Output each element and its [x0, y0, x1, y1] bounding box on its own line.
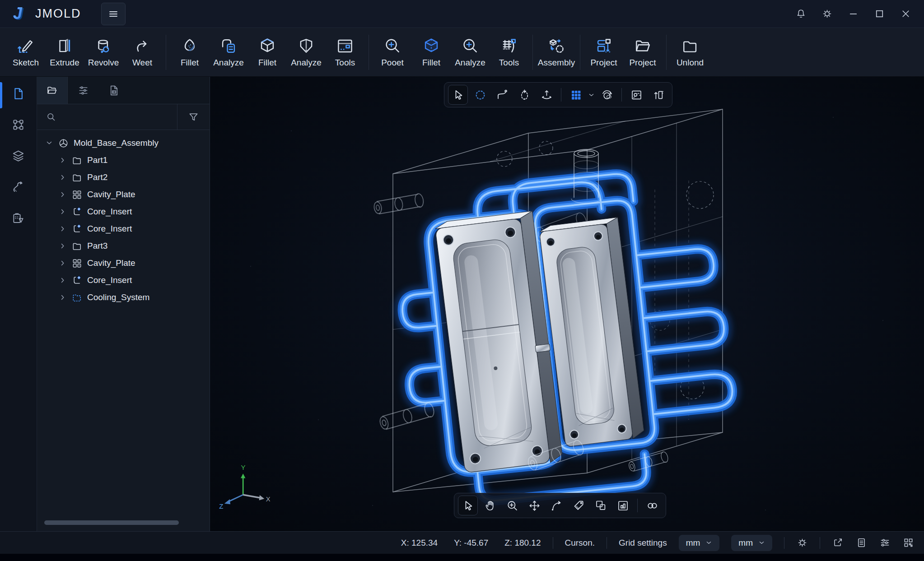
ribbon-button-project-1[interactable]: Project [584, 30, 623, 74]
unit-dropdown-primary[interactable]: mm [679, 535, 720, 551]
axis-x-label: X [266, 495, 270, 503]
ribbon-button-weet[interactable]: Weet [123, 30, 162, 74]
tree-item-cavity-plate-2[interactable]: Cavity_Plate [37, 255, 210, 272]
chevron-right-icon[interactable] [59, 208, 67, 216]
command-nodes-icon [11, 118, 25, 132]
rail-button-layers[interactable] [7, 145, 30, 166]
tag-tool-button[interactable] [569, 496, 588, 515]
tree-item-label: Part3 [87, 241, 107, 251]
tree-item-mold-base-assembly[interactable]: Mold_Base_Assembly [37, 134, 210, 152]
ribbon-button-fillet-2[interactable]: Fillet [248, 30, 287, 74]
list-settings-icon [77, 84, 89, 97]
assembly-parts-icon [547, 37, 566, 56]
search-box[interactable] [37, 104, 177, 130]
chevron-right-icon[interactable] [59, 173, 67, 181]
ribbon-button-unlond[interactable]: Unlond [671, 30, 709, 74]
ribbon-button-tools-1[interactable]: Tools [326, 30, 364, 74]
tree-item-part1[interactable]: Part1 [37, 152, 210, 169]
select-tool-button[interactable] [458, 496, 478, 515]
render-tool-button[interactable] [626, 85, 646, 105]
app-title: JMOLD [35, 7, 81, 21]
chevron-down-icon[interactable] [45, 139, 53, 147]
hamburger-menu-button[interactable] [101, 3, 126, 25]
ribbon-button-project-2[interactable]: Project [623, 30, 662, 74]
ribbon-button-label: Project [629, 58, 656, 68]
qr-view-button[interactable] [902, 537, 914, 549]
chart-tool-button[interactable] [613, 496, 633, 515]
explorer-tab-report[interactable] [98, 77, 129, 104]
tree-item-label: Part1 [87, 155, 107, 165]
chevron-right-icon[interactable] [59, 293, 67, 301]
statusbar-settings-button[interactable] [796, 537, 808, 549]
tree-item-core-insert-1[interactable]: Core_Insert [37, 203, 210, 220]
circle-select-tool-button[interactable] [470, 85, 490, 105]
ribbon-button-tools-2[interactable]: Tools [490, 30, 528, 74]
rail-button-tools[interactable] [7, 176, 30, 197]
ribbon-button-pooet[interactable]: Pooet [373, 30, 412, 74]
chevron-right-icon[interactable] [59, 242, 67, 250]
ribbon-button-analyze-1[interactable]: Analyze [209, 30, 248, 74]
explorer-tab-properties[interactable] [68, 77, 98, 104]
folder-icon [71, 241, 83, 252]
move-tool-button[interactable] [524, 496, 544, 515]
explorer-tab-files[interactable] [37, 77, 68, 104]
document-log-button[interactable] [855, 537, 867, 549]
cavity-grid-icon [71, 189, 83, 200]
select-tool-button[interactable] [448, 85, 468, 105]
search-input[interactable] [62, 112, 177, 122]
horizontal-scrollbar[interactable] [44, 520, 179, 525]
minimize-button[interactable] [847, 8, 859, 20]
notifications-button[interactable] [795, 8, 807, 20]
export-button[interactable] [832, 537, 844, 549]
ribbon-button-revolve[interactable]: Revolve [84, 30, 123, 74]
maximize-button[interactable] [873, 8, 885, 20]
rail-button-components[interactable] [7, 114, 30, 135]
rail-button-measure[interactable] [7, 208, 30, 228]
spline-tool-button[interactable] [492, 85, 512, 105]
ribbon-button-analyze-3[interactable]: Analyze [451, 30, 490, 74]
chevron-right-icon[interactable] [59, 259, 67, 267]
ribbon-button-fillet-3[interactable]: Fillet [412, 30, 451, 74]
grid-settings-label[interactable]: Grid settings [619, 538, 667, 548]
cursor-mode-label[interactable]: Curson. [565, 538, 595, 548]
tree-item-cooling-system[interactable]: Cooling_System [37, 289, 210, 306]
tree-item-part2[interactable]: Part2 [37, 169, 210, 186]
orbit-tool-button[interactable] [597, 85, 617, 105]
filter-button[interactable] [177, 104, 210, 130]
pan-tool-button[interactable] [480, 496, 500, 515]
chevron-right-icon[interactable] [59, 156, 67, 164]
rail-button-documents[interactable] [7, 83, 30, 104]
3d-viewport-canvas[interactable] [210, 77, 924, 531]
grid-toggle-button[interactable] [566, 85, 586, 105]
funnel-icon [188, 111, 199, 123]
unit-dropdown-secondary[interactable]: mm [731, 535, 772, 551]
display-options-button[interactable] [879, 537, 891, 549]
arc-tool-button[interactable] [546, 496, 566, 515]
tree-item-cavity-plate-1[interactable]: Cavity_Plate [37, 186, 210, 203]
transform-tool-button[interactable] [537, 85, 556, 105]
zoom-in-tool-button[interactable] [502, 496, 522, 515]
folder-open-icon [633, 37, 652, 56]
chevron-right-icon[interactable] [59, 190, 67, 199]
chevron-right-icon[interactable] [59, 276, 67, 284]
ribbon-button-analyze-2[interactable]: Analyze [287, 30, 326, 74]
tree-item-core-insert-3[interactable]: Core_Insert [37, 272, 210, 289]
section-tool-button[interactable] [649, 85, 668, 105]
measure-pin-tool-button[interactable] [514, 85, 534, 105]
ribbon-button-extrude[interactable]: Extrude [45, 30, 84, 74]
link-tool-button[interactable] [642, 496, 662, 515]
close-button[interactable] [900, 8, 911, 20]
ribbon-button-label: Analyze [291, 58, 322, 68]
chevron-down-icon[interactable] [588, 92, 595, 98]
settings-button[interactable] [821, 8, 833, 20]
ribbon-button-fillet-1[interactable]: Fillet [170, 30, 209, 74]
ribbon-button-assembly[interactable]: Assembly [537, 30, 576, 74]
tree-item-core-insert-2[interactable]: Core_Insert [37, 220, 210, 237]
file-icon [11, 87, 25, 101]
ribbon-button-sketch[interactable]: Sketch [6, 30, 45, 74]
duplicate-tool-button[interactable] [591, 496, 611, 515]
ribbon-button-label: Unlond [677, 58, 704, 68]
tree-item-part3[interactable]: Part3 [37, 237, 210, 255]
shield-analyze-icon [297, 37, 316, 56]
chevron-right-icon[interactable] [59, 225, 67, 233]
